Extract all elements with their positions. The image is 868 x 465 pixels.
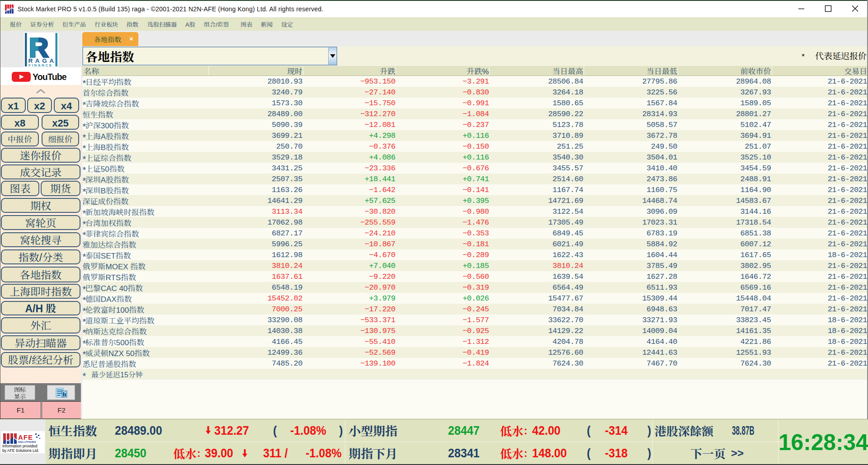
svg-text:YouTube: YouTube <box>33 72 67 82</box>
svg-text:FINANCE: FINANCE <box>28 63 53 67</box>
svg-text:SOLUTIONS: SOLUTIONS <box>18 440 36 443</box>
